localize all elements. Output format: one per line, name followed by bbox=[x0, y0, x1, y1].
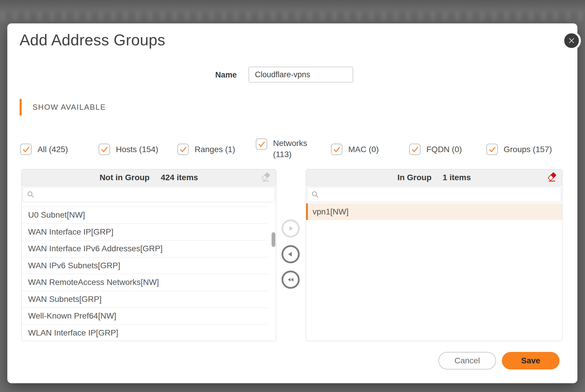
in-group-header: In Group 1 items bbox=[306, 169, 562, 186]
accent-bar bbox=[20, 99, 22, 116]
list-row-partial bbox=[22, 203, 268, 207]
checkbox-checked-icon[interactable] bbox=[409, 144, 421, 155]
dimmed-background-content bbox=[0, 12, 585, 21]
list-row[interactable]: WAN IPv6 Subnets[GRP] bbox=[22, 257, 268, 274]
list-row[interactable]: WAN Interface IPv6 Addresses[GRP] bbox=[22, 240, 268, 257]
arrow-left-icon bbox=[287, 250, 295, 258]
filter-label: Hosts (154) bbox=[116, 144, 158, 155]
filter-checkbox-mac[interactable]: MAC (0) bbox=[331, 144, 379, 155]
in-group-search bbox=[307, 187, 561, 202]
not-in-group-search-input[interactable] bbox=[37, 187, 275, 202]
search-icon bbox=[27, 191, 35, 198]
dialog-title: Add Address Groups bbox=[20, 31, 165, 49]
filter-checkbox-hosts[interactable]: Hosts (154) bbox=[99, 144, 158, 155]
checkbox-checked-icon[interactable] bbox=[486, 144, 498, 155]
not-in-group-header: Not in Group 424 items bbox=[22, 169, 276, 186]
filter-checkbox-fqdn[interactable]: FQDN (0) bbox=[409, 144, 462, 155]
panel-title: In Group bbox=[397, 173, 432, 182]
panel-item-count: 1 items bbox=[443, 173, 471, 182]
filter-checkbox-all[interactable]: All (425) bbox=[20, 144, 68, 155]
filter-label: FQDN (0) bbox=[426, 144, 462, 155]
list-row[interactable]: WAN RemoteAccess Networks[NW] bbox=[22, 274, 268, 291]
double-arrow-left-icon bbox=[287, 276, 295, 284]
list-row[interactable]: WLAN Interface IP[GRP] bbox=[22, 325, 268, 341]
filter-label: MAC (0) bbox=[348, 144, 379, 155]
checkbox-checked-icon[interactable] bbox=[20, 144, 32, 155]
filter-label: Groups (157) bbox=[504, 144, 552, 155]
not-in-group-panel: Not in Group 424 items bbox=[21, 169, 276, 341]
filter-checkbox-ranges[interactable]: Ranges (1) bbox=[177, 144, 235, 155]
checkbox-checked-icon[interactable] bbox=[177, 144, 189, 155]
not-in-group-search bbox=[23, 187, 275, 202]
cancel-button[interactable]: Cancel bbox=[438, 352, 496, 369]
not-in-group-list: U0 Subnet[NW] WAN Interface IP[GRP] WAN … bbox=[22, 203, 276, 341]
move-left-button[interactable] bbox=[282, 245, 300, 263]
clear-selection-button[interactable] bbox=[260, 172, 272, 183]
save-button[interactable]: Save bbox=[502, 352, 560, 369]
filter-label: Ranges (1) bbox=[195, 144, 235, 155]
list-row[interactable]: WAN Interface IP[GRP] bbox=[22, 224, 268, 241]
filter-checkbox-networks[interactable]: Networks (113) bbox=[256, 138, 314, 160]
name-label: Name bbox=[202, 67, 237, 83]
vertical-scrollbar-thumb[interactable] bbox=[272, 232, 275, 247]
remove-all-button[interactable] bbox=[546, 172, 558, 183]
close-button[interactable] bbox=[562, 31, 581, 50]
show-available-label: SHOW AVAILABLE bbox=[32, 103, 106, 112]
in-group-row-selected[interactable]: vpn1[NW] bbox=[306, 203, 562, 220]
filter-checkbox-groups[interactable]: Groups (157) bbox=[486, 144, 552, 155]
panel-title: Not in Group bbox=[99, 173, 150, 182]
list-row[interactable]: Well-Known Pref64[NW] bbox=[22, 308, 268, 325]
search-icon bbox=[311, 191, 319, 198]
eraser-icon-red bbox=[546, 172, 557, 182]
checkbox-checked-icon[interactable] bbox=[256, 138, 267, 150]
group-name-input[interactable] bbox=[248, 67, 353, 82]
move-all-left-button[interactable] bbox=[282, 271, 300, 289]
eraser-icon bbox=[260, 172, 271, 182]
move-right-button[interactable] bbox=[282, 219, 300, 238]
filter-label: Networks (113) bbox=[273, 138, 314, 160]
backdrop-top-shade bbox=[0, 0, 585, 10]
screen: Add Address Groups Name SHOW AVAILABLE A… bbox=[0, 0, 585, 392]
in-group-panel: In Group 1 items bbox=[306, 169, 562, 341]
in-group-search-input[interactable] bbox=[322, 187, 561, 202]
list-row[interactable]: U0 Subnet[NW] bbox=[22, 207, 268, 224]
add-address-groups-dialog: Add Address Groups Name SHOW AVAILABLE A… bbox=[7, 23, 577, 383]
arrow-right-icon bbox=[287, 224, 295, 233]
checkbox-checked-icon[interactable] bbox=[99, 144, 110, 155]
filter-label: All (425) bbox=[37, 144, 68, 155]
show-available-heading: SHOW AVAILABLE bbox=[20, 99, 106, 116]
close-icon bbox=[568, 37, 575, 44]
panel-item-count: 424 items bbox=[161, 173, 198, 182]
list-row[interactable]: WAN Subnets[GRP] bbox=[22, 291, 268, 308]
checkbox-checked-icon[interactable] bbox=[331, 144, 342, 155]
